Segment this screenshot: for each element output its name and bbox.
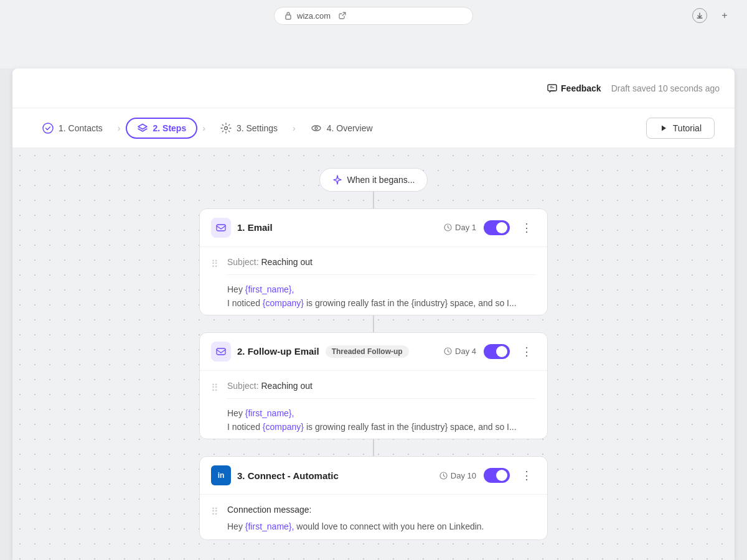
tutorial-label: Tutorial bbox=[673, 123, 702, 133]
step-card-1-title: 1. Email bbox=[211, 218, 273, 238]
eye-icon bbox=[311, 123, 322, 134]
step-3-connection-label: Connection message: bbox=[227, 505, 536, 515]
svg-rect-8 bbox=[217, 348, 225, 355]
browser-actions: + bbox=[692, 8, 732, 23]
main-content: When it begans... 1. Email bbox=[12, 148, 735, 560]
step-card-1-body: ⠿ Subject: Reaching out Hey {first_name}… bbox=[200, 247, 547, 315]
step-card-2-body: ⠿ Subject: Reaching out Hey {first_name}… bbox=[200, 371, 547, 439]
step-2-content: Subject: Reaching out Hey {first_name}, … bbox=[227, 381, 536, 434]
step-card-2: 2. Follow-up Email Threaded Follow-up Da… bbox=[199, 332, 548, 439]
step-nav-settings[interactable]: 3. Settings bbox=[210, 119, 288, 138]
step-card-1-meta: Day 1 ⋮ bbox=[444, 220, 536, 235]
followup-step-icon bbox=[211, 342, 231, 362]
step-card-3: in 3. Connect - Automatic Day 10 ⋮ bbox=[199, 456, 548, 540]
drag-handle-2[interactable]: ⠿ bbox=[211, 382, 218, 434]
svg-point-4 bbox=[312, 126, 321, 131]
step-card-3-body: ⠿ Connection message: Hey {first_name}, … bbox=[200, 495, 547, 540]
step-3-title-text: 3. Connect - Automatic bbox=[237, 470, 339, 481]
step-card-3-header: in 3. Connect - Automatic Day 10 ⋮ bbox=[200, 457, 547, 495]
step-2-title-text: 2. Follow-up Email bbox=[237, 346, 319, 357]
step-2-day: Day 4 bbox=[444, 347, 476, 356]
step-card-2-meta: Day 4 ⋮ bbox=[444, 344, 536, 359]
step-nav-overview[interactable]: 4. Overview bbox=[301, 119, 383, 138]
download-button[interactable] bbox=[692, 8, 707, 23]
feedback-icon bbox=[547, 83, 557, 93]
gear-icon bbox=[220, 123, 232, 134]
connector-0 bbox=[373, 192, 374, 208]
step-1-day: Day 1 bbox=[444, 223, 476, 232]
top-bar: Feedback Draft saved 10 seconds ago bbox=[12, 68, 735, 108]
step-3-toggle[interactable] bbox=[484, 468, 510, 483]
trigger-button[interactable]: When it begans... bbox=[319, 168, 428, 192]
sparkle-icon bbox=[332, 175, 342, 185]
app-container: Feedback Draft saved 10 seconds ago 1. C… bbox=[12, 68, 735, 560]
step-1-content: Subject: Reaching out Hey {first_name}, … bbox=[227, 257, 536, 310]
drag-handle-1[interactable]: ⠿ bbox=[211, 258, 218, 310]
step-2-toggle[interactable] bbox=[484, 344, 510, 359]
step-card-3-meta: Day 10 ⋮ bbox=[439, 468, 536, 483]
svg-rect-6 bbox=[217, 225, 225, 231]
step-overview-label: 4. Overview bbox=[327, 123, 373, 133]
steps-nav: 1. Contacts › 2. Steps › 3. Settings bbox=[12, 108, 735, 148]
email-step-icon bbox=[211, 218, 231, 238]
svg-point-3 bbox=[224, 126, 227, 129]
browser-chrome: wiza.com + bbox=[0, 0, 747, 68]
address-bar[interactable]: wiza.com bbox=[274, 7, 473, 25]
step-3-body-preview: Hey {first_name}, would love to connect … bbox=[227, 520, 536, 533]
step-1-title-text: 1. Email bbox=[237, 222, 273, 233]
svg-rect-0 bbox=[286, 15, 291, 19]
connector-2 bbox=[373, 439, 374, 456]
step-3-more-button[interactable]: ⋮ bbox=[517, 469, 536, 482]
step-card-1: 1. Email Day 1 ⋮ ⠿ bbox=[199, 208, 548, 315]
tutorial-button[interactable]: Tutorial bbox=[646, 118, 715, 139]
step-2-more-button[interactable]: ⋮ bbox=[517, 345, 536, 358]
step-1-subject: Subject: Reaching out bbox=[227, 257, 536, 275]
step-3-content: Connection message: Hey {first_name}, wo… bbox=[227, 505, 536, 533]
step-2-tag: Threaded Follow-up bbox=[326, 345, 409, 358]
separator-1: › bbox=[118, 123, 121, 133]
separator-3: › bbox=[293, 123, 296, 133]
svg-point-2 bbox=[43, 123, 53, 133]
lock-icon bbox=[284, 11, 292, 20]
linkedin-step-icon: in bbox=[211, 465, 231, 485]
step-2-body-preview: Hey {first_name}, I noticed {company} is… bbox=[227, 406, 536, 434]
url-text: wiza.com bbox=[297, 11, 331, 21]
check-circle-icon bbox=[42, 123, 54, 134]
step-nav-steps[interactable]: 2. Steps bbox=[126, 118, 198, 139]
step-steps-label: 2. Steps bbox=[153, 123, 187, 133]
step-contacts-label: 1. Contacts bbox=[59, 123, 103, 133]
step-1-body-preview: Hey {first_name}, I noticed {company} is… bbox=[227, 282, 536, 310]
separator-2: › bbox=[202, 123, 205, 133]
step-2-subject: Subject: Reaching out bbox=[227, 381, 536, 399]
layers-icon bbox=[137, 123, 148, 134]
step-1-toggle[interactable] bbox=[484, 220, 510, 235]
new-tab-button[interactable]: + bbox=[717, 8, 732, 23]
trigger-label: When it begans... bbox=[347, 175, 415, 185]
step-settings-label: 3. Settings bbox=[237, 123, 278, 133]
draft-status: Draft saved 10 seconds ago bbox=[611, 83, 720, 93]
step-card-2-title: 2. Follow-up Email Threaded Follow-up bbox=[211, 342, 409, 362]
feedback-button[interactable]: Feedback bbox=[547, 83, 601, 93]
drag-handle-3[interactable]: ⠿ bbox=[211, 506, 218, 533]
svg-point-5 bbox=[315, 127, 317, 129]
link-icon bbox=[338, 11, 347, 20]
step-1-more-button[interactable]: ⋮ bbox=[517, 221, 536, 235]
connector-1 bbox=[373, 315, 374, 332]
play-icon bbox=[659, 124, 668, 133]
step-card-3-title: in 3. Connect - Automatic bbox=[211, 465, 339, 485]
step-nav-contacts[interactable]: 1. Contacts bbox=[32, 119, 113, 138]
step-3-day: Day 10 bbox=[439, 471, 476, 480]
step-card-2-header: 2. Follow-up Email Threaded Follow-up Da… bbox=[200, 333, 547, 371]
browser-top: wiza.com + bbox=[0, 0, 747, 31]
step-card-1-header: 1. Email Day 1 ⋮ bbox=[200, 209, 547, 247]
